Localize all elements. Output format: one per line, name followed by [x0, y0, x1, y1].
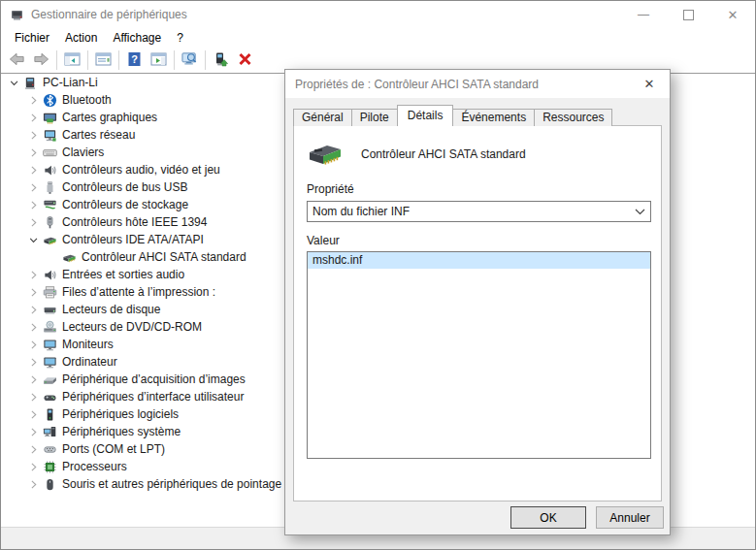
toolbar-separator	[174, 50, 175, 70]
chevron-right-icon[interactable]	[24, 145, 42, 160]
cancel-button[interactable]: Annuler	[596, 506, 664, 529]
hid-icon	[42, 390, 57, 404]
chevron-right-icon[interactable]	[24, 179, 42, 195]
tree-item-label: Processeurs	[62, 458, 127, 475]
chevron-right-icon[interactable]	[24, 197, 42, 212]
tab-pilote[interactable]: Pilote	[351, 109, 398, 126]
tree-item-label: Périphérique d’acquisition d’images	[62, 371, 246, 388]
software-device-icon	[42, 407, 57, 422]
close-button[interactable]: ✕	[710, 1, 755, 28]
chevron-expanded-icon[interactable]	[24, 232, 42, 247]
tab-evenements[interactable]: Événements	[452, 109, 535, 126]
chevron-right-icon[interactable]	[24, 406, 42, 422]
tree-item-label: Périphériques logiciels	[62, 405, 179, 423]
chevron-down-icon	[629, 209, 650, 215]
property-label: Propriété	[307, 182, 354, 196]
dialog-title-bar: Propriétés de : Contrôleur AHCI SATA sta…	[285, 70, 670, 98]
chevron-right-icon[interactable]	[24, 424, 42, 439]
chevron-right-icon[interactable]	[24, 267, 42, 282]
ok-button[interactable]: OK	[510, 506, 586, 529]
tree-item-label: Périphériques système	[62, 423, 181, 440]
audio-controller-icon	[42, 163, 57, 178]
menu-item-action[interactable]: Action	[57, 28, 105, 48]
keyboard-icon	[42, 146, 57, 160]
update-driver-button[interactable]	[209, 49, 233, 71]
menu-item-affichage[interactable]: Affichage	[105, 28, 169, 48]
tree-item-label: Contrôleurs IDE ATA/ATAPI	[62, 231, 204, 248]
computer-icon	[22, 76, 38, 90]
uninstall-device-button[interactable]	[233, 49, 257, 71]
dialog-close-button[interactable]: ✕	[629, 70, 670, 98]
menu-item-fichier[interactable]: Fichier	[7, 28, 57, 48]
value-listbox[interactable]: mshdc.inf	[307, 251, 651, 459]
chevron-right-icon[interactable]	[24, 319, 42, 335]
toolbar-separator	[118, 50, 119, 70]
usb-icon	[42, 180, 57, 195]
show-console-tree-button[interactable]	[60, 49, 84, 71]
ieee1394-icon	[42, 215, 57, 230]
chevron-right-icon[interactable]	[24, 459, 42, 474]
svg-text:?: ?	[131, 53, 138, 65]
chevron-right-icon[interactable]	[24, 372, 42, 387]
chevron-expanded-icon[interactable]	[5, 75, 22, 90]
chevron-right-icon[interactable]	[24, 302, 42, 317]
ide-controller-icon	[42, 233, 57, 247]
back-arrow-button[interactable]	[5, 49, 29, 71]
toolbar-separator	[205, 50, 206, 70]
properties-dialog: Propriétés de : Contrôleur AHCI SATA sta…	[284, 69, 671, 535]
update-driver-icon	[213, 51, 229, 70]
chevron-right-icon[interactable]	[24, 214, 42, 230]
scan-hardware-changes-icon	[181, 51, 198, 70]
tab-ressources[interactable]: Ressources	[534, 109, 612, 126]
minimize-button[interactable]: —	[621, 1, 666, 28]
show-action-pane-button[interactable]	[147, 49, 171, 71]
menu-bar: FichierActionAffichage?	[1, 28, 755, 48]
disk-drive-icon	[42, 303, 57, 317]
chevron-right-icon[interactable]	[24, 441, 42, 457]
tab-details[interactable]: Détails	[397, 105, 454, 126]
chevron-spacer	[44, 249, 61, 265]
ide-controller-icon	[61, 250, 77, 265]
chevron-right-icon[interactable]	[24, 127, 42, 143]
properties-button[interactable]	[91, 49, 115, 71]
forward-arrow-icon	[33, 51, 49, 70]
chevron-right-icon[interactable]	[24, 354, 42, 370]
scan-hardware-changes-button[interactable]	[178, 49, 202, 71]
uninstall-device-icon	[237, 51, 253, 70]
tree-item-label: Entrées et sorties audio	[62, 266, 184, 283]
sata-controller-card-icon	[307, 142, 344, 171]
value-list-item[interactable]: mshdc.inf	[308, 252, 650, 269]
chevron-right-icon[interactable]	[24, 162, 42, 178]
graphics-card-icon	[42, 111, 57, 125]
details-tab-page: Contrôleur AHCI SATA standard Propriété …	[293, 125, 662, 501]
tree-item-label: Contrôleurs de bus USB	[62, 178, 187, 196]
property-select[interactable]: Nom du fichier INF	[307, 201, 651, 222]
forward-arrow-button[interactable]	[29, 49, 53, 71]
tree-item-label: PC-Lian-Li	[43, 74, 98, 91]
chevron-right-icon[interactable]	[24, 110, 42, 125]
tree-item-label: Périphériques d’interface utilisateur	[62, 388, 244, 405]
device-header: Contrôleur AHCI SATA standard	[307, 142, 526, 171]
tree-item-label: Cartes graphiques	[62, 109, 157, 126]
tab-general[interactable]: Général	[293, 109, 352, 126]
chevron-right-icon[interactable]	[24, 337, 42, 352]
chevron-right-icon[interactable]	[24, 476, 42, 492]
maximize-icon	[683, 10, 694, 20]
chevron-right-icon[interactable]	[24, 284, 42, 300]
maximize-button[interactable]	[666, 1, 710, 28]
chevron-right-icon[interactable]	[24, 389, 42, 404]
tree-item-label: Moniteurs	[62, 336, 114, 353]
show-console-tree-icon	[64, 51, 81, 70]
help-button[interactable]: ?	[122, 49, 147, 71]
system-device-icon	[42, 425, 57, 439]
tree-item-label: Lecteurs de DVD/CD-ROM	[62, 318, 202, 336]
menu-item-help[interactable]: ?	[169, 28, 191, 48]
tree-item-label: Contrôleurs de stockage	[62, 196, 188, 213]
chevron-right-icon[interactable]	[24, 92, 42, 108]
tree-item-label: Claviers	[62, 144, 104, 161]
dialog-footer: OK Annuler	[510, 506, 664, 529]
tree-item-label: Contrôleurs audio, vidéo et jeu	[62, 161, 220, 178]
dvd-drive-icon	[42, 320, 57, 335]
printer-icon	[42, 285, 57, 300]
port-icon	[42, 442, 57, 457]
